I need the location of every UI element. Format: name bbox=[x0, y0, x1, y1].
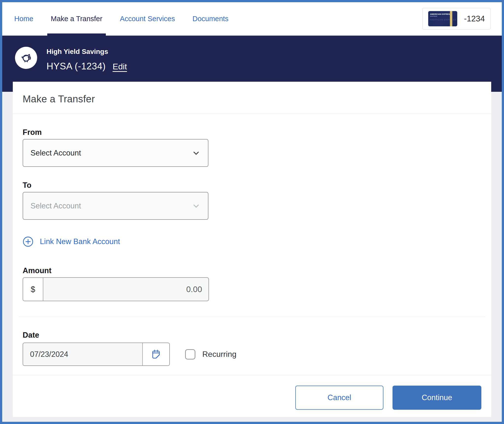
date-row: Recurring bbox=[23, 343, 481, 366]
content-area: Make a Transfer From Select Account To S… bbox=[2, 92, 502, 422]
currency-symbol: $ bbox=[23, 278, 43, 301]
page-title: Make a Transfer bbox=[23, 94, 481, 105]
recurring-checkbox[interactable] bbox=[185, 349, 195, 360]
amount-input[interactable] bbox=[43, 278, 208, 301]
card-product-text: SAVINGS bbox=[430, 16, 437, 17]
link-new-bank-account-button[interactable]: Link New Bank Account bbox=[23, 236, 120, 247]
from-account-select[interactable]: Select Account bbox=[23, 139, 208, 167]
recurring-label: Recurring bbox=[202, 350, 236, 359]
to-account-select[interactable]: Select Account bbox=[23, 192, 208, 220]
nav-tab-home[interactable]: Home bbox=[14, 2, 34, 35]
link-new-bank-account-label: Link New Bank Account bbox=[40, 237, 120, 246]
section-divider bbox=[19, 317, 485, 317]
date-label: Date bbox=[23, 331, 481, 340]
continue-button[interactable]: Continue bbox=[393, 386, 481, 410]
transfer-card: Make a Transfer From Select Account To S… bbox=[13, 82, 491, 417]
chevron-down-icon bbox=[192, 202, 201, 210]
form-actions: Cancel Continue bbox=[23, 386, 481, 410]
top-navigation: Home Make a Transfer Account Services Do… bbox=[2, 2, 502, 36]
footer-divider bbox=[13, 375, 491, 375]
calendar-icon bbox=[150, 349, 162, 360]
amount-field-group: $ bbox=[23, 277, 209, 301]
calendar-picker-button[interactable] bbox=[142, 343, 169, 365]
piggy-bank-icon bbox=[19, 51, 33, 65]
account-name: High Yield Savings bbox=[47, 48, 127, 56]
amount-label: Amount bbox=[23, 266, 481, 275]
nav-tabs: Home Make a Transfer Account Services Do… bbox=[14, 2, 229, 35]
account-card-selector[interactable]: AMERICAN EXPRESS SAVINGS AMERICAN EXPRES… bbox=[423, 8, 490, 30]
card-gold-stripe bbox=[450, 11, 452, 26]
transfer-form: From Select Account To Select Account bbox=[13, 128, 491, 410]
card-title-block: Make a Transfer bbox=[13, 82, 491, 114]
nav-tab-account-services[interactable]: Account Services bbox=[119, 2, 175, 35]
piggy-bank-avatar bbox=[15, 47, 37, 69]
chevron-down-icon bbox=[192, 149, 201, 157]
date-input[interactable] bbox=[23, 343, 142, 365]
to-account-placeholder: Select Account bbox=[31, 202, 81, 210]
amex-savings-card-image: AMERICAN EXPRESS SAVINGS AMERICAN EXPRES… bbox=[428, 11, 457, 26]
from-label: From bbox=[23, 128, 481, 137]
nav-tab-documents[interactable]: Documents bbox=[192, 2, 229, 35]
card-brand-text: AMERICAN EXPRESS bbox=[430, 13, 451, 15]
nav-tab-make-a-transfer[interactable]: Make a Transfer bbox=[50, 2, 103, 35]
recurring-option: Recurring bbox=[185, 349, 236, 360]
account-number: HYSA (-1234) bbox=[47, 61, 106, 72]
from-account-value: Select Account bbox=[31, 149, 81, 157]
app-window: Home Make a Transfer Account Services Do… bbox=[0, 0, 504, 424]
cancel-button[interactable]: Cancel bbox=[295, 386, 383, 410]
card-watermark-text: AMERICAN EXPRESS bbox=[430, 18, 457, 21]
plus-circle-icon bbox=[23, 236, 33, 247]
card-last4: -1234 bbox=[464, 14, 485, 23]
account-info: High Yield Savings HYSA (-1234) Edit bbox=[47, 47, 127, 72]
date-field-group bbox=[23, 343, 170, 366]
to-label: To bbox=[23, 181, 481, 190]
edit-account-link[interactable]: Edit bbox=[112, 62, 127, 71]
